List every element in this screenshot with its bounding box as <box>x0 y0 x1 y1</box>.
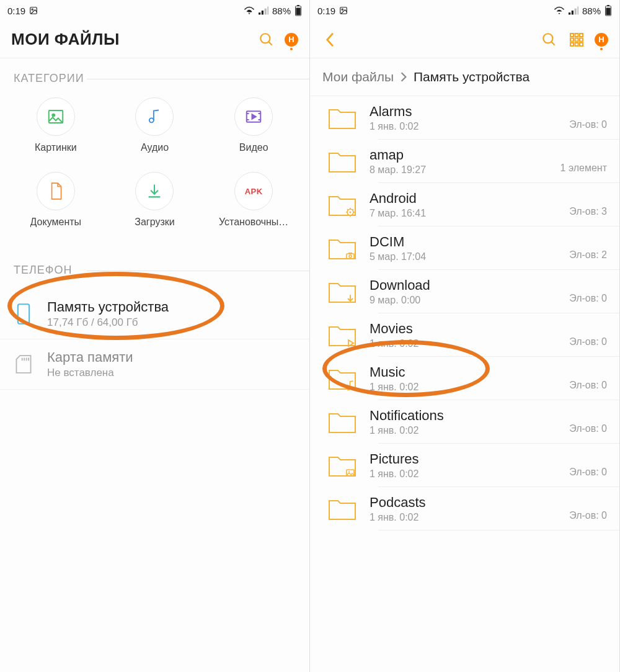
folder-icon <box>327 321 357 349</box>
app-header: МОИ ФАЙЛЫ H <box>0 21 309 58</box>
folder-date: 9 мар. 0:00 <box>370 295 557 306</box>
search-icon <box>259 32 275 48</box>
chevron-left-icon <box>325 32 336 48</box>
storage-device-memory[interactable]: Память устройства 17,74 Гб / 64,00 Гб <box>0 289 309 339</box>
folder-date: 8 мар. 19:27 <box>370 164 548 176</box>
folder-icon <box>327 452 357 479</box>
section-categories-label: КАТЕГОРИИ <box>0 58 309 97</box>
category-label: Видео <box>239 142 268 153</box>
category-label: Документы <box>30 217 81 228</box>
svg-rect-30 <box>580 34 583 37</box>
folder-icon <box>327 495 357 522</box>
folder-list[interactable]: Alarms1 янв. 0:02Эл-ов: 0amap8 мар. 19:2… <box>310 96 619 672</box>
category-video[interactable]: Видео <box>204 97 303 153</box>
folder-icon <box>327 365 357 392</box>
svg-rect-34 <box>570 43 574 46</box>
folder-name: Podcasts <box>370 495 557 511</box>
folder-date: 1 янв. 0:02 <box>370 468 557 480</box>
folder-row[interactable]: Music1 янв. 0:02Эл-ов: 0 <box>310 357 619 400</box>
folder-row[interactable]: Movies1 янв. 0:02Эл-ов: 0 <box>310 313 619 357</box>
chevron-right-icon <box>400 71 407 83</box>
phone-icon <box>17 303 30 325</box>
folder-name: Alarms <box>370 104 557 120</box>
svg-point-22 <box>342 9 343 10</box>
battery-percent: 88% <box>582 6 601 16</box>
audio-icon <box>146 108 163 125</box>
image-icon <box>46 107 65 126</box>
folder-date: 5 мар. 17:04 <box>370 251 557 262</box>
status-bar: 0:19 88% <box>0 0 309 21</box>
category-downloads[interactable]: Загрузки <box>105 172 205 228</box>
category-label: Установочны… <box>219 217 288 228</box>
search-button[interactable] <box>540 30 559 49</box>
svg-line-6 <box>268 42 272 45</box>
folder-row[interactable]: amap8 мар. 19:271 элемент <box>310 140 619 183</box>
storage-sd-card[interactable]: Карта памяти Не вставлена <box>0 339 309 390</box>
folder-row[interactable]: Pictures1 янв. 0:02Эл-ов: 0 <box>310 444 619 487</box>
folder-date: 1 янв. 0:02 <box>370 425 557 436</box>
svg-point-5 <box>260 34 270 43</box>
grid-icon <box>569 32 584 47</box>
section-phone-label: ТЕЛЕФОН <box>0 246 309 289</box>
folder-row[interactable]: Notifications1 янв. 0:02Эл-ов: 0 <box>310 400 619 444</box>
folder-row[interactable]: Podcasts1 янв. 0:02Эл-ов: 0 <box>310 487 619 531</box>
category-images[interactable]: Картинки <box>6 97 105 153</box>
svg-rect-41 <box>348 253 352 254</box>
folder-name: DCIM <box>370 234 557 250</box>
folder-count: Эл-ов: 0 <box>569 279 607 304</box>
category-audio[interactable]: Аудио <box>105 97 205 153</box>
folder-count: Эл-ов: 0 <box>569 453 607 478</box>
svg-rect-3 <box>297 5 299 6</box>
signal-icon <box>569 6 578 15</box>
storage-title: Память устройства <box>47 299 169 315</box>
battery-icon <box>294 5 302 16</box>
category-label: Загрузки <box>135 217 174 228</box>
folder-name: Android <box>370 190 557 207</box>
folder-row[interactable]: Alarms1 янв. 0:02Эл-ов: 0 <box>310 96 619 140</box>
svg-rect-33 <box>580 38 583 41</box>
folder-row[interactable]: Android7 мар. 16:41Эл-ов: 3 <box>310 183 619 226</box>
search-button[interactable] <box>257 30 276 49</box>
folder-count: Эл-ов: 0 <box>569 105 607 130</box>
profile-badge[interactable]: H <box>285 33 298 47</box>
back-button[interactable] <box>321 30 340 49</box>
picture-indicator-icon <box>339 6 348 15</box>
svg-point-26 <box>543 34 552 43</box>
status-time: 0:19 <box>7 6 25 16</box>
profile-badge[interactable]: H <box>595 33 608 47</box>
folder-name: amap <box>370 147 548 163</box>
search-icon <box>541 32 557 48</box>
folder-row[interactable]: Download9 мар. 0:00Эл-ов: 0 <box>310 270 619 313</box>
breadcrumb[interactable]: Мои файлы Память устройства <box>310 58 619 96</box>
grid-view-button[interactable] <box>567 30 586 49</box>
screen-left: 0:19 88% МОИ ФАЙЛЫ H КАТЕГОРИИ Картинки … <box>0 0 310 672</box>
battery-icon <box>604 5 612 16</box>
folder-date: 1 янв. 0:02 <box>370 512 557 523</box>
category-label: Картинки <box>35 142 77 153</box>
svg-point-38 <box>350 212 352 213</box>
folder-icon <box>327 148 357 175</box>
folder-icon <box>327 104 357 132</box>
breadcrumb-root[interactable]: Мои файлы <box>322 69 394 84</box>
folder-row[interactable]: DCIM5 мар. 17:04Эл-ов: 2 <box>310 226 619 270</box>
categories-grid: Картинки Аудио Видео Документы Загрузки … <box>0 97 309 246</box>
svg-rect-29 <box>575 34 578 37</box>
folder-date: 1 янв. 0:02 <box>370 338 557 349</box>
svg-rect-4 <box>296 8 300 16</box>
folder-icon <box>327 235 357 262</box>
svg-line-27 <box>551 42 554 45</box>
signal-icon <box>259 6 268 15</box>
document-icon <box>48 182 64 200</box>
folder-date: 7 мар. 16:41 <box>370 208 557 219</box>
category-documents[interactable]: Документы <box>6 172 105 228</box>
svg-rect-28 <box>570 34 574 37</box>
folder-name: Notifications <box>370 408 557 424</box>
folder-name: Download <box>370 277 557 293</box>
category-apk[interactable]: APK Установочны… <box>204 172 303 228</box>
svg-rect-24 <box>607 5 609 6</box>
storage-sub: 17,74 Гб / 64,00 Гб <box>47 316 169 329</box>
storage-title: Карта памяти <box>47 349 133 365</box>
svg-rect-25 <box>606 8 610 16</box>
folder-icon <box>327 408 357 436</box>
svg-point-1 <box>32 9 33 10</box>
